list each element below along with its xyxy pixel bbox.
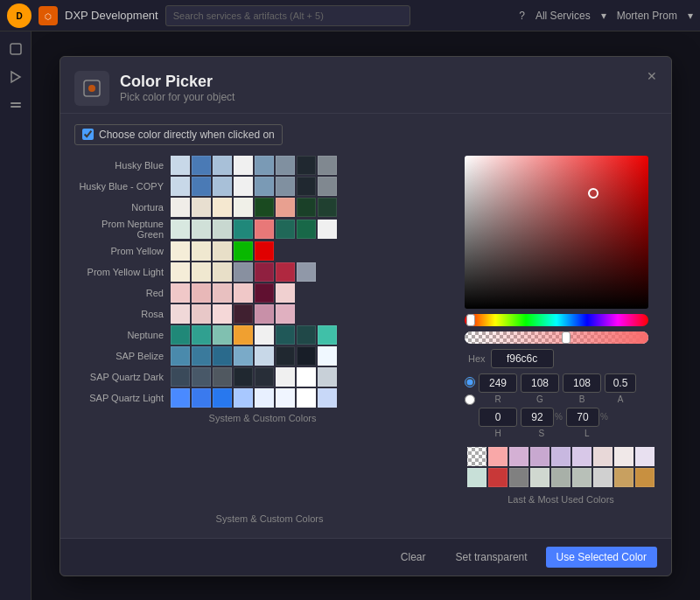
swatch[interactable] <box>234 262 253 282</box>
hsl-radio[interactable] <box>465 394 475 405</box>
swatch[interactable] <box>234 304 253 324</box>
swatch[interactable] <box>318 198 337 217</box>
swatch[interactable] <box>234 346 253 366</box>
swatch[interactable] <box>276 262 295 282</box>
alpha-slider[interactable] <box>465 331 648 344</box>
services-label[interactable]: All Services <box>536 10 591 22</box>
swatch[interactable] <box>213 262 232 282</box>
swatch[interactable] <box>192 304 211 324</box>
h-input[interactable] <box>479 408 517 427</box>
swatch[interactable] <box>318 346 337 366</box>
recent-swatch[interactable] <box>614 468 634 487</box>
recent-swatch[interactable] <box>467 468 486 487</box>
swatch[interactable] <box>234 198 253 217</box>
swatch[interactable] <box>171 220 190 239</box>
swatch[interactable] <box>213 177 232 196</box>
swatch[interactable] <box>171 388 190 408</box>
l-input[interactable] <box>566 408 599 427</box>
swatch[interactable] <box>234 241 253 261</box>
swatch[interactable] <box>297 388 316 408</box>
swatch[interactable] <box>276 388 295 408</box>
swatch[interactable] <box>255 198 274 217</box>
swatch[interactable] <box>255 262 274 282</box>
recent-swatch[interactable] <box>572 468 592 487</box>
clear-button[interactable]: Clear <box>389 546 438 569</box>
swatch[interactable] <box>213 325 232 345</box>
swatch[interactable] <box>171 156 190 175</box>
swatch[interactable] <box>255 156 274 175</box>
swatch[interactable] <box>255 220 274 239</box>
hue-slider[interactable] <box>465 314 648 326</box>
s-input[interactable] <box>521 408 554 427</box>
recent-swatch[interactable] <box>551 468 570 487</box>
g-input[interactable] <box>521 373 559 393</box>
swatch[interactable] <box>318 220 337 239</box>
sidebar-icon-video[interactable] <box>5 66 26 87</box>
swatch[interactable] <box>276 177 295 196</box>
swatch[interactable] <box>276 325 295 345</box>
swatch[interactable] <box>297 367 316 387</box>
recent-swatch[interactable] <box>551 447 570 466</box>
recent-swatch[interactable] <box>593 468 612 487</box>
recent-swatch[interactable] <box>509 447 528 466</box>
swatch[interactable] <box>192 325 211 345</box>
swatch[interactable] <box>318 388 337 408</box>
swatch[interactable] <box>213 388 232 408</box>
swatch[interactable] <box>192 220 211 239</box>
swatch[interactable] <box>192 367 211 387</box>
swatch[interactable] <box>213 241 232 261</box>
swatch[interactable] <box>234 283 253 303</box>
swatch[interactable] <box>213 220 232 239</box>
swatch[interactable] <box>276 367 295 387</box>
swatch[interactable] <box>276 198 295 217</box>
swatch[interactable] <box>171 177 190 196</box>
recent-swatch[interactable] <box>509 468 528 487</box>
swatch[interactable] <box>297 177 316 196</box>
swatch[interactable] <box>192 198 211 217</box>
swatch[interactable] <box>192 262 211 282</box>
swatch[interactable] <box>171 241 190 261</box>
swatch[interactable] <box>255 388 274 408</box>
swatch[interactable] <box>297 346 316 366</box>
swatch[interactable] <box>171 367 190 387</box>
swatch[interactable] <box>213 304 232 324</box>
swatch[interactable] <box>318 156 337 175</box>
rgb-radio[interactable] <box>465 377 475 387</box>
swatch[interactable] <box>192 388 211 408</box>
swatch[interactable] <box>213 346 232 366</box>
swatch[interactable] <box>192 156 211 175</box>
swatch[interactable] <box>213 156 232 175</box>
swatch[interactable] <box>213 283 232 303</box>
swatch[interactable] <box>234 325 253 345</box>
swatch[interactable] <box>276 156 295 175</box>
swatch[interactable] <box>255 177 274 196</box>
swatch[interactable] <box>318 367 337 387</box>
recent-swatch[interactable] <box>635 468 654 487</box>
swatch[interactable] <box>297 325 316 345</box>
r-input[interactable] <box>479 373 517 393</box>
swatch[interactable] <box>192 346 211 366</box>
help-icon[interactable]: ? <box>519 10 525 22</box>
swatch[interactable] <box>297 220 316 239</box>
swatch[interactable] <box>171 283 190 303</box>
hex-input[interactable] <box>491 349 554 368</box>
swatch[interactable] <box>255 367 274 387</box>
swatch[interactable] <box>234 367 253 387</box>
swatch[interactable] <box>255 325 274 345</box>
recent-swatch[interactable] <box>488 468 508 487</box>
close-button[interactable]: ✕ <box>643 67 661 85</box>
swatch[interactable] <box>171 304 190 324</box>
swatch[interactable] <box>192 241 211 261</box>
swatch[interactable] <box>171 325 190 345</box>
logo-icon[interactable]: D <box>7 3 32 28</box>
swatch[interactable] <box>297 156 316 175</box>
swatch[interactable] <box>255 304 274 324</box>
color-gradient[interactable] <box>465 156 648 309</box>
swatch[interactable] <box>213 367 232 387</box>
swatch[interactable] <box>171 198 190 217</box>
swatch[interactable] <box>234 156 253 175</box>
recent-swatch[interactable] <box>488 447 508 466</box>
swatch[interactable] <box>276 346 295 366</box>
swatch[interactable] <box>318 177 337 196</box>
recent-swatch[interactable] <box>572 447 592 466</box>
